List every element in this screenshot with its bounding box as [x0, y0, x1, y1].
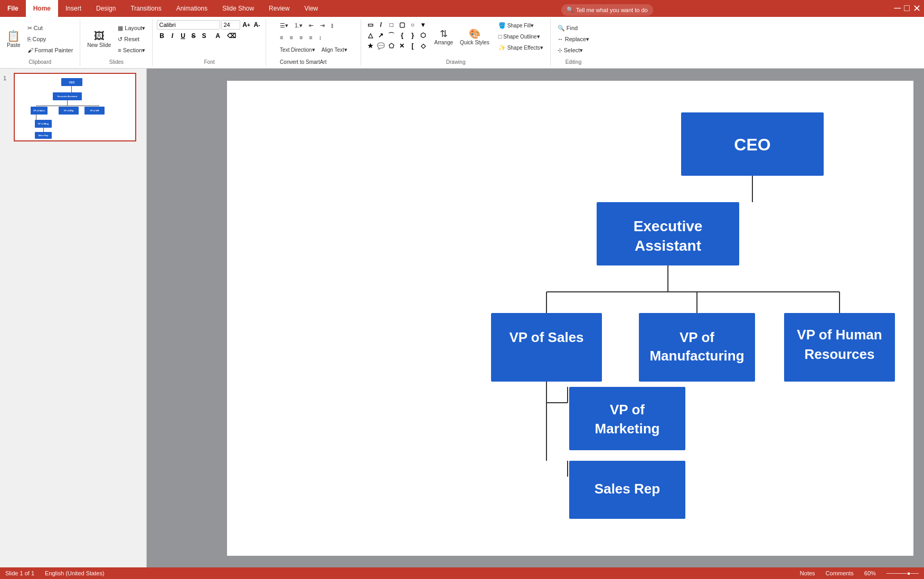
minimize-button[interactable]: ─: [894, 3, 901, 14]
text-direction-button[interactable]: Text Direction▾: [277, 44, 318, 55]
shape-oval-button[interactable]: ○: [408, 20, 417, 30]
arrange-button[interactable]: ⇅ Arrange: [431, 20, 456, 53]
notes-button[interactable]: Notes: [800, 570, 815, 576]
find-icon: 🔍: [558, 25, 565, 32]
columns-button[interactable]: ⫿: [328, 20, 337, 31]
zoom-level: 60%: [864, 570, 876, 576]
svg-text:Marketing: Marketing: [595, 421, 660, 436]
shape-outline-icon: □: [498, 33, 502, 40]
clear-format-button[interactable]: ⌫: [227, 31, 236, 41]
shape-more-button[interactable]: ▾: [418, 20, 428, 30]
tab-file[interactable]: File: [0, 0, 26, 17]
reset-icon: ↺: [118, 36, 122, 43]
shape-rounded-button[interactable]: ▢: [397, 20, 407, 30]
replace-icon: ↔: [558, 36, 563, 42]
shape-outline-button[interactable]: □ Shape Outline▾: [496, 31, 546, 42]
align-text-button[interactable]: Align Text▾: [319, 44, 350, 55]
shape-diamond-button[interactable]: ◇: [418, 41, 428, 51]
tab-design[interactable]: Design: [89, 0, 123, 17]
line-spacing-button[interactable]: ↕: [316, 32, 325, 43]
shape-bracket-button[interactable]: [: [408, 41, 417, 51]
shape-star-button[interactable]: ★: [365, 41, 375, 51]
text-shadow-button[interactable]: S: [199, 31, 209, 41]
font-size-input[interactable]: [221, 20, 240, 30]
maximize-button[interactable]: □: [904, 3, 910, 14]
shape-arrow-button[interactable]: ↗: [376, 31, 385, 40]
format-painter-button[interactable]: 🖌 Format Painter: [25, 45, 76, 55]
cut-button[interactable]: ✂ Cut: [25, 23, 76, 33]
shape-callout-button[interactable]: 💬: [376, 41, 385, 51]
tab-slideshow[interactable]: Slide Show: [215, 0, 261, 17]
group-editing: 🔍 Find ↔ Replace▾ ⊹ Select▾ Editing: [551, 19, 596, 66]
slide-number: 1: [3, 73, 11, 81]
decrease-indent-button[interactable]: ⇤: [306, 20, 316, 31]
shape-triangle-button[interactable]: △: [365, 31, 375, 40]
bold-button[interactable]: B: [157, 31, 166, 41]
tab-insert[interactable]: Insert: [58, 0, 89, 17]
shape-rect-button[interactable]: ▭: [365, 20, 375, 30]
tell-me-bar[interactable]: 🔍 Tell me what you want to do: [561, 4, 653, 16]
find-button[interactable]: 🔍 Find: [555, 23, 592, 33]
mini-exec-assistant: Executive Assistant: [53, 92, 82, 100]
zoom-slider[interactable]: ─────●──: [887, 570, 919, 576]
comments-button[interactable]: Comments: [826, 570, 854, 576]
paste-button[interactable]: 📋 Paste: [4, 23, 23, 55]
shape-line-button[interactable]: /: [376, 20, 385, 30]
group-font: A+ A- B I U S S A ⌫ Font: [153, 19, 266, 66]
close-button[interactable]: ✕: [913, 3, 921, 14]
shape-rect2-button[interactable]: □: [386, 20, 396, 30]
svg-rect-24: [569, 387, 685, 450]
shape-polygon-button[interactable]: ⬡: [418, 31, 428, 40]
align-left-button[interactable]: ≡: [277, 32, 286, 43]
svg-rect-14: [639, 313, 755, 382]
shape-effects-button[interactable]: ✨ Shape Effects▾: [496, 42, 546, 53]
copy-icon: ⎘: [27, 36, 31, 42]
slide-canvas[interactable]: CEO Executive Assistant: [227, 81, 913, 556]
shape-fill-button[interactable]: 🪣 Shape Fill▾: [496, 20, 546, 31]
window-controls: ─ □ ✕: [894, 3, 924, 14]
convert-smartart-button[interactable]: Convert to SmartArt: [277, 56, 329, 67]
replace-button[interactable]: ↔ Replace▾: [555, 34, 592, 44]
section-button[interactable]: ≡ Section ▾: [115, 45, 148, 55]
new-slide-button[interactable]: 🖼 New Slide: [84, 23, 114, 55]
ribbon-tabs-row: File Home Insert Design Transitions Anim…: [0, 0, 924, 17]
align-center-button[interactable]: ≡: [287, 32, 296, 43]
copy-button[interactable]: ⎘ Copy: [25, 34, 76, 44]
font-color-button[interactable]: A: [210, 31, 225, 41]
quick-styles-button[interactable]: 🎨 Quick Styles: [457, 20, 492, 53]
shape-pentagon-button[interactable]: ⬠: [386, 41, 396, 51]
status-bar: Slide 1 of 1 English (United States) Not…: [0, 567, 924, 579]
decrease-font-button[interactable]: A-: [252, 20, 261, 30]
bullets-button[interactable]: ☰▾: [277, 20, 291, 31]
shape-x-button[interactable]: ✕: [397, 41, 407, 51]
svg-text:VP of Sales: VP of Sales: [509, 329, 583, 345]
group-slides: 🖼 New Slide ▦ Layout ▾ ↺ Reset ≡: [80, 19, 153, 66]
numbering-button[interactable]: 1.▾: [292, 20, 305, 31]
tab-transitions[interactable]: Transitions: [123, 0, 168, 17]
slide-thumbnail[interactable]: CEO Executive Assistant VP of Sales VP o…: [14, 73, 136, 141]
svg-text:CEO: CEO: [734, 135, 770, 154]
tab-home[interactable]: Home: [26, 0, 58, 17]
justify-button[interactable]: ≡: [306, 32, 315, 43]
shape-brace-button[interactable]: {: [397, 31, 407, 40]
tab-view[interactable]: View: [297, 0, 325, 17]
underline-button[interactable]: U: [178, 31, 187, 41]
mini-vp-marketing: VP of Mktg: [35, 120, 52, 128]
font-name-input[interactable]: [157, 20, 220, 30]
shape-brace2-button[interactable]: }: [408, 31, 417, 40]
reset-button[interactable]: ↺ Reset: [115, 34, 148, 44]
align-right-button[interactable]: ≡: [297, 32, 305, 43]
svg-text:Sales Rep: Sales Rep: [595, 481, 660, 497]
tab-review[interactable]: Review: [261, 0, 297, 17]
layout-button[interactable]: ▦ Layout ▾: [115, 23, 148, 33]
increase-font-button[interactable]: A+: [241, 20, 251, 30]
language-indicator: English (United States): [45, 570, 105, 576]
italic-button[interactable]: I: [167, 31, 177, 41]
group-paragraph: ☰▾ 1.▾ ⇤ ⇥ ⫿ ≡ ≡ ≡ ≡ ↕ Text Direction▾: [266, 19, 361, 66]
paste-icon: 📋: [7, 31, 20, 41]
strikethrough-button[interactable]: S: [188, 31, 198, 41]
increase-indent-button[interactable]: ⇥: [317, 20, 327, 31]
tab-animations[interactable]: Animations: [169, 0, 215, 17]
shape-curve-button[interactable]: ⌒: [386, 31, 396, 40]
select-button[interactable]: ⊹ Select▾: [555, 45, 592, 55]
